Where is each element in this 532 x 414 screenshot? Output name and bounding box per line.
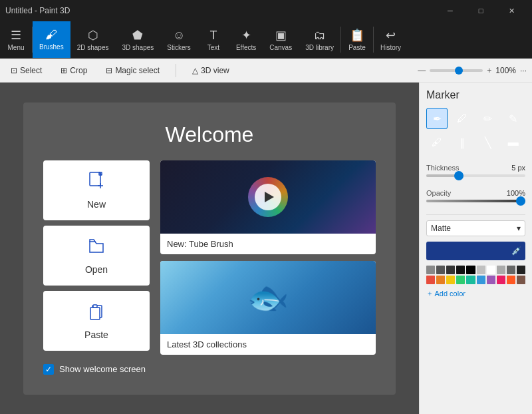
- paste-action-icon: [87, 302, 106, 324]
- color-swatch[interactable]: [487, 266, 495, 274]
- play-button[interactable]: [255, 184, 281, 210]
- dropdown-chevron-icon: ▾: [517, 224, 521, 233]
- color-swatch[interactable]: [517, 276, 525, 284]
- thickness-slider[interactable]: [426, 174, 525, 177]
- color-swatch[interactable]: [517, 266, 525, 274]
- welcome-footer: ✓ Show welcome screen: [43, 364, 376, 375]
- brush-tool-marker[interactable]: ✏: [477, 108, 499, 129]
- brush-tools-grid: ✒ 🖊 ✏ ✎ 🖋 ∥ ╲ ▬: [426, 108, 525, 153]
- 3dview-icon: △: [192, 66, 198, 75]
- zoom-slider[interactable]: [430, 69, 483, 72]
- toolbar-3dshapes[interactable]: ⬟ 3D shapes: [116, 21, 161, 58]
- open-button[interactable]: Open: [43, 226, 150, 286]
- opacity-slider[interactable]: [426, 200, 525, 202]
- add-color-button[interactable]: + Add color: [426, 288, 525, 299]
- material-label: Matte: [431, 224, 451, 233]
- toolbar-effects-label: Effects: [236, 44, 256, 51]
- paste-action-button[interactable]: Paste: [43, 291, 150, 351]
- 3dview-label: 3D view: [201, 66, 229, 75]
- color-swatch[interactable]: [426, 276, 435, 284]
- brush-tool-b4[interactable]: ▬: [503, 132, 524, 153]
- brush-tool-pencil[interactable]: ✎: [503, 108, 524, 129]
- color-swatch[interactable]: [426, 266, 435, 274]
- close-button[interactable]: ✕: [496, 0, 527, 21]
- eyedropper-icon[interactable]: 💉: [511, 246, 521, 256]
- magic-select-button[interactable]: ⊟ Magic select: [100, 63, 165, 78]
- color-swatch[interactable]: [456, 276, 465, 284]
- text-icon: T: [209, 29, 217, 43]
- 3d-collections-card[interactable]: 🐟 Latest 3D collections: [160, 261, 376, 355]
- color-swatch[interactable]: [497, 276, 505, 284]
- color-swatch[interactable]: [466, 266, 475, 274]
- toolbar-history-label: History: [380, 44, 401, 51]
- minimize-button[interactable]: ─: [435, 0, 466, 21]
- color-swatch[interactable]: [477, 276, 485, 284]
- material-dropdown[interactable]: Matte ▾: [426, 220, 525, 236]
- magic-select-icon: ⊟: [106, 66, 112, 75]
- toolbar-effects[interactable]: ✦ Effects: [229, 21, 263, 58]
- opacity-label: Opacity: [426, 189, 451, 197]
- brush-tool-b2[interactable]: ∥: [452, 132, 473, 153]
- maximize-button[interactable]: □: [466, 0, 496, 21]
- brush-tool-calligraphy[interactable]: ✒: [426, 108, 448, 129]
- thickness-thumb[interactable]: [454, 171, 464, 180]
- 3d-collections-thumbnail: 🐟: [160, 261, 376, 334]
- brush-tool-b1[interactable]: 🖋: [426, 132, 448, 153]
- color-swatch[interactable]: [436, 276, 445, 284]
- color-swatch[interactable]: [466, 276, 475, 284]
- toolbar-2dshapes-label: 2D shapes: [77, 44, 109, 51]
- color-grid: [426, 266, 525, 284]
- toolbar-stickers-label: Stickers: [167, 44, 191, 51]
- toolbar-canvas[interactable]: ▣ Canvas: [263, 21, 299, 58]
- zoom-out-icon[interactable]: —: [418, 66, 426, 75]
- opacity-thumb[interactable]: [516, 196, 525, 206]
- color-swatch[interactable]: [507, 266, 515, 274]
- welcome-dialog: Welcome: [23, 103, 396, 395]
- color-swatch[interactable]: [446, 266, 455, 274]
- more-button[interactable]: ···: [520, 66, 527, 75]
- toolbar-brushes[interactable]: 🖌 Brushes: [33, 21, 70, 58]
- zoom-controls: — + 100% ···: [418, 66, 527, 75]
- welcome-content: New Open: [43, 160, 376, 355]
- crop-button[interactable]: ⊞ Crop: [55, 63, 92, 78]
- select-button[interactable]: ⊡ Select: [5, 63, 47, 78]
- subtoolbar: ⊡ Select ⊞ Crop ⊟ Magic select △ 3D view…: [0, 59, 532, 83]
- color-swatch[interactable]: [497, 266, 505, 274]
- tube-brush-card[interactable]: New: Tube Brush: [160, 160, 376, 254]
- toolbar-2dshapes[interactable]: ⬡ 2D shapes: [70, 21, 116, 58]
- toolbar-brushes-label: Brushes: [39, 43, 64, 51]
- color-swatch[interactable]: [456, 266, 465, 274]
- brush-tool-pen[interactable]: 🖊: [452, 108, 473, 129]
- sub-divider: [176, 64, 176, 77]
- toolbar-text[interactable]: T Text: [198, 21, 229, 58]
- toolbar-3dlibrary[interactable]: 🗂 3D library: [299, 21, 340, 58]
- add-color-plus-icon: +: [428, 290, 432, 298]
- zoom-thumb[interactable]: [455, 67, 463, 75]
- color-swatch[interactable]: [507, 276, 515, 284]
- color-swatch[interactable]: [477, 266, 485, 274]
- window-controls: ─ □ ✕: [435, 0, 527, 21]
- toolbar-history[interactable]: ↩ History: [374, 21, 408, 58]
- main-toolbar: ☰ Menu 🖌 Brushes ⬡ 2D shapes ⬟ 3D shapes…: [0, 21, 532, 59]
- toolbar-menu[interactable]: ☰ Menu: [0, 21, 32, 58]
- 3d-collections-label: Latest 3D collections: [160, 334, 376, 355]
- toolbar-stickers[interactable]: ☺ Stickers: [160, 21, 198, 58]
- color-swatch[interactable]: [436, 266, 445, 274]
- show-welcome-checkbox[interactable]: ✓: [43, 364, 54, 375]
- toolbar-3dlibrary-label: 3D library: [305, 44, 334, 51]
- brush-tool-b3[interactable]: ╲: [477, 132, 499, 153]
- zoom-in-icon[interactable]: +: [487, 66, 491, 75]
- toolbar-3dshapes-label: 3D shapes: [122, 44, 154, 51]
- right-panel: Marker ✒ 🖊 ✏ ✎ 🖋 ∥ ╲: [419, 83, 532, 414]
- add-color-label: Add color: [434, 290, 465, 298]
- color-swatch[interactable]: [446, 276, 455, 284]
- 3dview-button[interactable]: △ 3D view: [187, 63, 235, 78]
- color-swatch[interactable]: [487, 276, 495, 284]
- svg-rect-6: [90, 308, 100, 319]
- magic-select-label: Magic select: [115, 66, 160, 75]
- brush1-icon: 🖋: [432, 136, 442, 148]
- crop-icon: ⊞: [61, 66, 67, 75]
- color-preview[interactable]: 💉: [426, 242, 525, 260]
- toolbar-paste[interactable]: 📋 Paste: [341, 21, 373, 58]
- new-button[interactable]: New: [43, 160, 150, 220]
